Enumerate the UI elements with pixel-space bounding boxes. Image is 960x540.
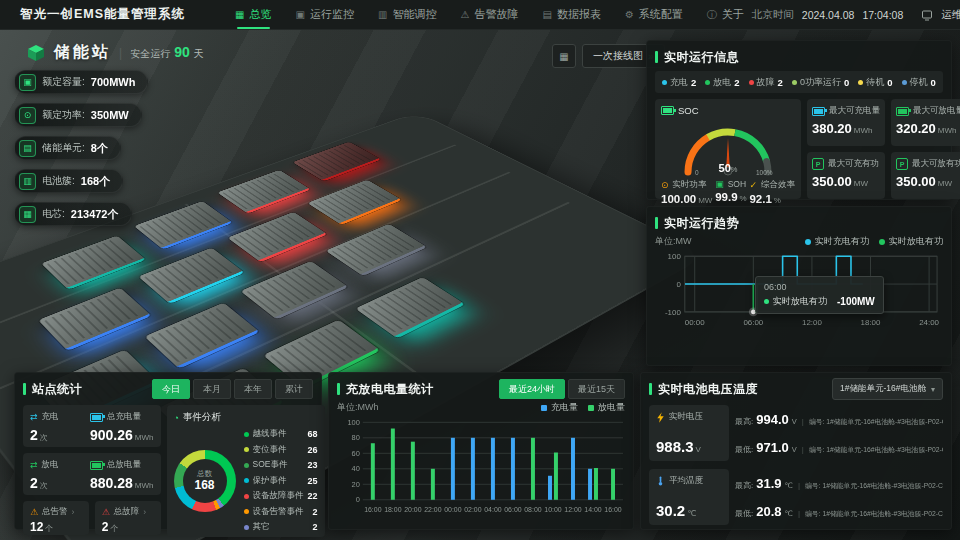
svg-text:12:00: 12:00	[564, 506, 582, 513]
metric-value: 92.1	[749, 193, 771, 205]
tooltip-dot	[764, 299, 769, 304]
legend-label: 实时放电有功	[889, 235, 943, 248]
legend-dot	[244, 447, 249, 452]
tab-last-15d[interactable]: 最近15天	[568, 379, 625, 399]
voltage-max-row: 最高: 994.0 V | 编号: 1#储能单元-16#电池舱-#3电池簇-P0…	[735, 412, 943, 427]
nav-item-report[interactable]: ▤ 数据报表	[542, 0, 600, 30]
storage-container	[134, 201, 233, 250]
temperature-max-id: 1#储能单元-16#电池舱-#3电池簇-P02-C36	[822, 482, 943, 489]
discharge-stat-card: ⇄放电 2次 总放电量 880.28MWh	[23, 453, 161, 495]
panel-title: 站点统计	[32, 381, 82, 398]
panel-battery-vt: 实时电池电压温度 1#储能单元-16#电池舱 ▾ 实时电压 988.3V 最高:…	[640, 372, 952, 530]
card-unit: MWh	[854, 126, 873, 135]
status-label: 停机	[910, 76, 928, 89]
station-header: 储能站 | 安全运行 90 天	[26, 42, 204, 63]
divider: |	[802, 445, 804, 454]
tab-month[interactable]: 本月	[193, 379, 231, 399]
trend-chart[interactable]: 00:0006:0012:0018:0024:001000-100 06:00 …	[655, 250, 943, 342]
storage-container	[38, 288, 152, 351]
panel-title: 充放电电量统计	[346, 381, 434, 398]
storage-container	[307, 180, 402, 225]
piece-unit: 个	[110, 524, 118, 533]
voltage-max-id: 1#储能单元-16#电池舱-#3电池簇-P02-C36	[826, 418, 943, 425]
main-nav: ▦ 总览 ▣ 运行监控 ▥ 智能调控 ⚠ 告警故障 ▤ 数据报表 ⚙ 系统配置 …	[235, 0, 744, 30]
energy-bar-chart[interactable]: 02040608010016:0018:0020:0022:0000:0002:…	[337, 416, 625, 524]
metric-soh: ▣SOH 99.9%	[715, 179, 747, 205]
swap-icon: ⇄	[30, 412, 38, 422]
nav-item-overview[interactable]: ▦ 总览	[235, 0, 271, 30]
ops-management[interactable]: 运维管理	[941, 8, 960, 22]
fault-value: 2	[102, 520, 109, 534]
unit: ℃	[785, 509, 793, 518]
legend-value: 2	[313, 507, 318, 517]
clock-pie-icon: ◔	[174, 413, 179, 423]
status-charging: 充电2	[662, 76, 696, 89]
stat-units: ▤ 储能单元: 8个	[14, 136, 121, 160]
stat-cells: ▦ 电芯: 213472个	[14, 202, 132, 226]
legend-label: 其它	[253, 521, 309, 533]
discharge-total-label: 总放电量	[107, 459, 141, 471]
nav-item-settings[interactable]: ⚙ 系统配置	[625, 0, 683, 30]
id-label: 编号:	[805, 482, 820, 489]
stat-value: 213472个	[71, 207, 119, 222]
legend-label: 保护事件	[253, 475, 304, 487]
trend-legend: 实时充电有功 实时放电有功	[805, 235, 943, 248]
battery-icon	[90, 461, 103, 470]
svg-text:02:00: 02:00	[464, 506, 482, 513]
monitoring-icon: ▣	[296, 9, 305, 20]
min-label: 最低:	[735, 444, 753, 455]
nav-item-dispatch[interactable]: ▥ 智能调控	[378, 0, 436, 30]
layout-grid-button[interactable]: ▦	[552, 44, 576, 68]
metric-label: 综合效率	[761, 179, 795, 191]
storage-container	[41, 236, 146, 290]
svg-text:06:00: 06:00	[743, 318, 763, 327]
legend-value: 68	[308, 429, 318, 439]
divider: |	[119, 46, 122, 60]
status-dot	[902, 80, 907, 85]
tab-year[interactable]: 本年	[234, 379, 272, 399]
nav-label: 告警故障	[474, 7, 518, 22]
status-dot	[662, 80, 667, 85]
event-analysis-card: ◔ 事件分析 总数 168 越线事件68 变位事件26 SOE事件23	[167, 405, 325, 537]
tab-total[interactable]: 累计	[275, 379, 313, 399]
stat-label: 额定容量:	[42, 75, 85, 89]
voltage-value: 988.3	[656, 438, 694, 455]
legend-value: 26	[308, 445, 318, 455]
status-value: 0	[887, 77, 892, 88]
nav-label: 总览	[250, 7, 272, 22]
p-icon: P	[896, 158, 908, 170]
nav-item-about[interactable]: ⓘ 关于	[707, 0, 744, 30]
svg-text:-100: -100	[665, 308, 681, 317]
card-max-discharge-energy: 最大可放电量 320.20MWh	[891, 99, 960, 146]
safe-run-label: 安全运行	[130, 47, 170, 61]
battery-icon	[896, 107, 909, 116]
stat-label: 电池簇:	[42, 174, 75, 188]
total-alarm-card[interactable]: ⚠总告警› 12个	[23, 501, 89, 535]
chart-tooltip: 06:00 实时放电有功 -100MW	[755, 276, 884, 314]
card-value: 320.20	[896, 121, 936, 136]
legend-value: 23	[308, 460, 318, 470]
tab-last-24h[interactable]: 最近24小时	[499, 379, 565, 399]
energy-unit: MWh	[135, 433, 154, 442]
panel-site-stats: 站点统计 今日 本月 本年 累计 ⇄充电 2次 总充电量 900.26MWh ⇄…	[14, 372, 322, 530]
tab-today[interactable]: 今日	[152, 379, 190, 399]
svg-text:80: 80	[352, 433, 360, 442]
piece-unit: 个	[45, 524, 53, 533]
temperature-max-row: 最高: 31.9 ℃ | 编号: 1#储能单元-16#电池舱-#3电池簇-P02…	[735, 476, 943, 491]
status-discharging: 放电2	[705, 76, 739, 89]
site-tabs: 今日 本月 本年 累计	[152, 379, 313, 399]
svg-text:20: 20	[352, 480, 360, 489]
fault-warning-icon: ⚠	[102, 507, 110, 517]
svg-text:18:00: 18:00	[861, 318, 881, 327]
metric-label: SOH	[728, 179, 746, 189]
legend-item: 保护事件25	[244, 475, 318, 487]
report-icon: ▤	[542, 9, 551, 20]
nav-item-monitoring[interactable]: ▣ 运行监控	[296, 0, 354, 30]
card-max-charge-energy: 最大可充电量 380.20MWh	[807, 99, 885, 146]
status-label: 故障	[757, 76, 775, 89]
battery-unit-selector[interactable]: 1#储能单元-16#电池舱 ▾	[832, 378, 943, 400]
lightning-icon	[656, 412, 665, 423]
total-fault-card[interactable]: ⚠总故障› 2个	[95, 501, 161, 535]
nav-item-alarm[interactable]: ⚠ 告警故障	[460, 0, 518, 30]
legend-dot	[244, 509, 249, 514]
